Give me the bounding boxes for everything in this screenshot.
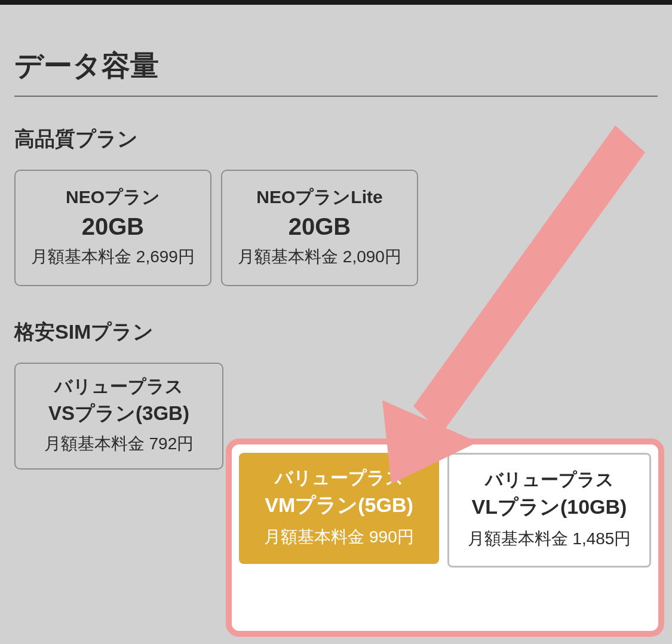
plan-name: NEOプランLite <box>232 185 407 210</box>
plan-card-vl[interactable]: バリュープラス VLプラン(10GB) 月額基本料金 1,485円 <box>447 453 651 568</box>
plan-top: バリュープラス <box>22 375 216 399</box>
plan-card-neo-lite[interactable]: NEOプランLite 20GB 月額基本料金 2,090円 <box>221 170 418 286</box>
section-title: データ容量 <box>14 47 658 85</box>
plan-price: 月額基本料金 990円 <box>246 525 432 548</box>
section-divider <box>14 96 658 97</box>
plan-size: 20GB <box>25 213 201 240</box>
plan-main: VLプラン(10GB) <box>456 493 642 521</box>
group-title-premium: 高品質プラン <box>14 125 658 153</box>
top-bar <box>0 0 672 5</box>
plan-price: 月額基本料金 792円 <box>22 432 216 455</box>
plan-price: 月額基本料金 1,485円 <box>456 527 642 550</box>
plan-main: VSプラン(3GB) <box>22 400 216 427</box>
plan-card-vm-selected[interactable]: バリュープラス VMプラン(5GB) 月額基本料金 990円 <box>239 453 439 564</box>
plan-card-neo[interactable]: NEOプラン 20GB 月額基本料金 2,699円 <box>14 170 211 286</box>
plan-price: 月額基本料金 2,699円 <box>25 245 201 268</box>
plan-top: バリュープラス <box>246 466 432 490</box>
group-title-budget: 格安SIMプラン <box>14 318 658 346</box>
plan-main: VMプラン(5GB) <box>246 492 432 519</box>
premium-plan-row: NEOプラン 20GB 月額基本料金 2,699円 NEOプランLite 20G… <box>14 170 658 286</box>
plan-card-vs[interactable]: バリュープラス VSプラン(3GB) 月額基本料金 792円 <box>14 363 223 470</box>
highlight-box: バリュープラス VMプラン(5GB) 月額基本料金 990円 バリュープラス V… <box>226 438 664 637</box>
plan-name: NEOプラン <box>25 185 201 210</box>
plan-price: 月額基本料金 2,090円 <box>232 245 407 268</box>
plan-top: バリュープラス <box>456 468 642 492</box>
plan-size: 20GB <box>232 213 407 240</box>
